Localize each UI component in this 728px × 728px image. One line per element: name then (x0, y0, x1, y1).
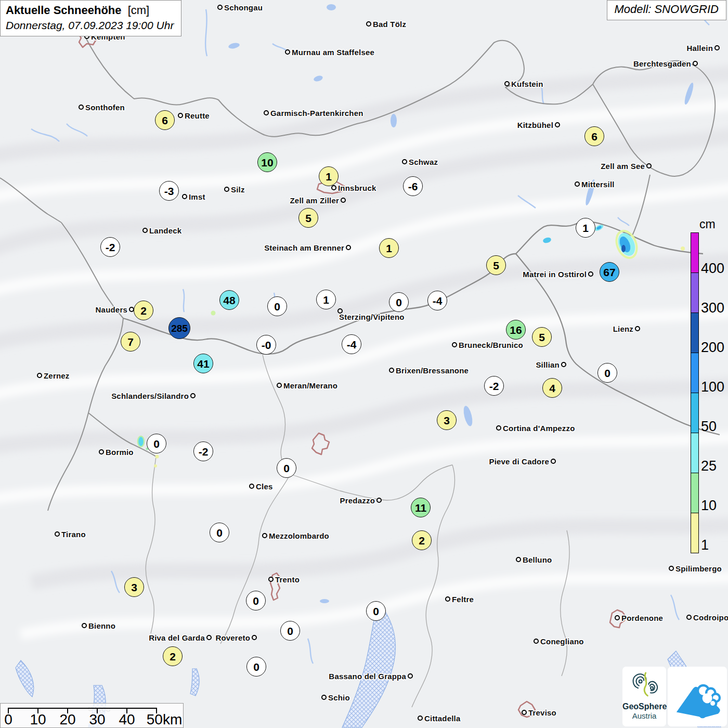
city-marker-icon (516, 557, 521, 562)
city-label: Berchtesgaden (633, 59, 691, 68)
station-value-badge: 5 (298, 208, 318, 228)
legend-segment (691, 273, 698, 313)
city-marker-icon (714, 45, 720, 50)
city: Reutte (178, 111, 210, 120)
city: Brixen/Bressanone (389, 366, 469, 374)
station-value-badge: 6 (155, 110, 175, 130)
city-label: Silz (231, 185, 245, 194)
city: Bad Tölz (366, 20, 406, 28)
station-value-badge: 11 (411, 498, 431, 517)
station-value-badge: 48 (219, 290, 239, 310)
city: Pordenone (615, 614, 663, 622)
city-marker-icon (389, 368, 394, 373)
city-label: Mezzolombardo (269, 531, 329, 540)
city-marker-icon (575, 181, 580, 187)
city-marker-icon (217, 5, 223, 10)
legend-color-bar (691, 232, 699, 553)
city-label: Sonthofen (85, 103, 125, 112)
city: Predazzo (340, 496, 382, 504)
city: Silz (224, 185, 245, 193)
city-label: Hallein (686, 44, 713, 53)
station-value-badge: 0 (267, 296, 287, 316)
city-label: Cortina d'Ampezzo (503, 424, 575, 433)
city-marker-icon (551, 459, 556, 464)
station-value-badge: 0 (277, 458, 296, 478)
city-label: Riva del Garda (149, 633, 205, 642)
city-label: Schongau (224, 3, 263, 12)
city: Bienno (82, 621, 115, 630)
scalebar-label: 10 (30, 711, 46, 728)
station-value-badge: 0 (389, 292, 409, 312)
city: Tirano (55, 530, 86, 538)
city: Hallein (686, 44, 720, 52)
legend-unit-label: cm (699, 217, 716, 231)
city: Zell am See (601, 162, 652, 170)
city: Sillian (536, 360, 566, 369)
city: Cittadella (418, 714, 461, 722)
scalebar: 01020304050km (0, 703, 184, 728)
legend-tick-label: 400 (701, 262, 724, 275)
station-value-badge: -2 (484, 376, 504, 396)
branding-logos: GeoSphere Austria (622, 667, 727, 726)
station-value-badge: 0 (246, 657, 266, 677)
city-label: Predazzo (340, 496, 375, 505)
city-label: Schwaz (409, 158, 438, 166)
legend-tick-label: 10 (701, 499, 717, 512)
city: Codroipo (686, 613, 728, 621)
city: Bassano del Grappa (329, 672, 413, 680)
city: Landeck (142, 226, 181, 235)
city-label: Zernez (44, 371, 70, 380)
city-label: Steinach am Brenner (264, 243, 344, 252)
city-marker-icon (376, 498, 382, 503)
city: Imst (182, 192, 205, 201)
station-value-badge: -2 (193, 441, 213, 461)
geosphere-name: GeoSphere (622, 701, 666, 711)
city-label: Rovereto (215, 633, 250, 642)
city-marker-icon (249, 484, 254, 489)
city-label: Lienz (613, 324, 633, 333)
scalebar-line (8, 708, 157, 709)
city: Steinach am Brenner (264, 243, 351, 252)
city-label: Bormio (106, 448, 134, 457)
city: Garmisch-Partenkirchen (264, 109, 363, 117)
city: Rovereto (215, 633, 257, 642)
station-value-badge: 0 (597, 363, 617, 383)
model-label: Modell: SNOWGRID (607, 0, 726, 20)
city-marker-icon (178, 113, 183, 118)
legend-segment (691, 513, 698, 553)
city-label: Reutte (185, 111, 210, 120)
city-marker-icon (206, 635, 212, 640)
city-marker-icon (418, 716, 423, 721)
station-value-badge: -4 (427, 291, 447, 310)
city-label: Zell am See (601, 162, 645, 171)
city-marker-icon (346, 245, 351, 250)
legend-tick-label: 1 (701, 538, 709, 552)
city-marker-icon (262, 533, 267, 538)
city-marker-icon (522, 710, 527, 715)
city-label: Matrei in Osttirol (523, 270, 587, 279)
city-label: Belluno (523, 555, 552, 564)
city-marker-icon (277, 383, 282, 388)
city-marker-icon (669, 566, 674, 571)
city-marker-icon (615, 615, 620, 620)
city-marker-icon (366, 21, 371, 27)
scalebar-label: 0 (4, 711, 12, 728)
legend-tick-label: 100 (701, 380, 724, 394)
station-value-badge: 41 (193, 354, 213, 373)
city: Feltre (445, 595, 474, 603)
geosphere-country: Austria (622, 711, 666, 720)
mountain-cloud-icon (672, 674, 722, 719)
city: Mittersill (575, 180, 615, 188)
station-value-badge: 10 (257, 152, 277, 172)
station-value-badge: 2 (134, 301, 153, 320)
city-marker-icon (534, 639, 539, 644)
city-marker-icon (588, 271, 593, 277)
city: Schlanders/Silandro (111, 392, 196, 400)
city-label: Mittersill (581, 180, 615, 189)
city-marker-icon (555, 122, 560, 127)
station-value-badge: 1 (379, 238, 399, 258)
geosphere-logo: GeoSphere Austria (622, 667, 666, 726)
station-value-badge: 285 (168, 317, 190, 339)
city-label: Pieve di Cadore (489, 457, 549, 466)
city: Kufstein (504, 80, 543, 88)
